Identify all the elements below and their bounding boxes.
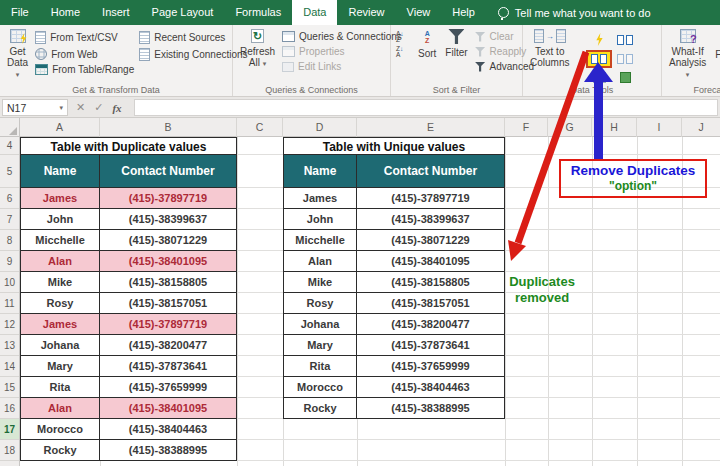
tab-review[interactable]: Review <box>337 0 395 25</box>
name-box[interactable]: N17 ▾ <box>2 99 68 116</box>
row-header-6[interactable]: 6 <box>0 188 19 209</box>
tab-view[interactable]: View <box>396 0 442 25</box>
duplicate-table-contact-cell[interactable]: (415)-37873641 <box>100 356 237 377</box>
row-header-11[interactable]: 11 <box>0 293 19 314</box>
column-header-g[interactable]: G <box>548 118 592 137</box>
column-header-a[interactable]: A <box>20 118 100 137</box>
from-web-button[interactable]: From Web <box>35 48 134 60</box>
unique-header-contact[interactable]: Contact Number <box>357 155 505 188</box>
row-header-13[interactable]: 13 <box>0 335 19 356</box>
tab-home[interactable]: Home <box>40 0 91 25</box>
tab-insert[interactable]: Insert <box>91 0 141 25</box>
unique-table-name-cell[interactable]: Mary <box>283 335 357 356</box>
column-header-f[interactable]: F <box>505 118 548 137</box>
row-header-7[interactable]: 7 <box>0 209 19 230</box>
duplicate-table-contact-cell[interactable]: (415)-38401095 <box>100 251 237 272</box>
recent-sources-button[interactable]: Recent Sources <box>139 31 247 44</box>
unique-table-contact-cell[interactable]: (415)-38200477 <box>357 314 505 335</box>
what-if-analysis-button[interactable]: ? What-If Analysis ▾ <box>667 29 708 80</box>
text-to-columns-button[interactable]: → Text to Columns <box>528 29 571 68</box>
from-table-range-button[interactable]: From Table/Range <box>35 64 134 75</box>
unique-table-contact-cell[interactable]: (415)-38071229 <box>357 230 505 251</box>
row-header-16[interactable]: 16 <box>0 398 19 419</box>
duplicate-table-name-cell[interactable]: Mike <box>20 272 100 293</box>
duplicate-table-name-cell[interactable]: Rocky <box>20 440 100 461</box>
unique-table-contact-cell[interactable]: (415)-38388995 <box>357 398 505 419</box>
manage-data-model-icon[interactable] <box>620 72 631 83</box>
get-data-button[interactable]: Get Data ▾ <box>5 29 30 80</box>
row-header-4[interactable]: 4 <box>0 137 19 155</box>
unique-table-title[interactable]: Table with Unique values <box>283 137 505 155</box>
name-box-dropdown-icon[interactable]: ▾ <box>59 104 63 112</box>
insert-function-icon[interactable]: fx <box>112 102 121 114</box>
unique-table-contact-cell[interactable]: (415)-38401095 <box>357 251 505 272</box>
sort-button[interactable]: A Z Sort <box>416 29 438 59</box>
row-header-5[interactable]: 5 <box>0 155 19 188</box>
filter-button[interactable]: Filter <box>443 29 469 58</box>
unique-table-name-cell[interactable]: Alan <box>283 251 357 272</box>
duplicate-table-name-cell[interactable]: Johana <box>20 335 100 356</box>
consolidate-icon[interactable] <box>617 35 633 45</box>
duplicate-table-name-cell[interactable]: Alan <box>20 398 100 419</box>
select-all-corner[interactable] <box>0 118 20 137</box>
duplicate-table-name-cell[interactable]: Mary <box>20 356 100 377</box>
duplicate-table-contact-cell[interactable]: (415)-38388995 <box>100 440 237 461</box>
duplicate-table-name-cell[interactable]: Micchelle <box>20 230 100 251</box>
unique-table-name-cell[interactable]: Micchelle <box>283 230 357 251</box>
duplicate-table-contact-cell[interactable]: (415)-38401095 <box>100 398 237 419</box>
unique-table-contact-cell[interactable]: (415)-37659999 <box>357 356 505 377</box>
forecast-sheet-button[interactable]: Forecast Sheet <box>713 29 720 71</box>
column-header-h[interactable]: H <box>592 118 637 137</box>
row-header-18[interactable]: 18 <box>0 440 19 461</box>
duplicate-table-name-cell[interactable]: John <box>20 209 100 230</box>
confirm-entry-icon[interactable]: ✓ <box>94 101 103 114</box>
duplicate-table-name-cell[interactable]: Morocco <box>20 419 100 440</box>
duplicate-table-name-cell[interactable]: Rosy <box>20 293 100 314</box>
row-header-8[interactable]: 8 <box>0 230 19 251</box>
duplicate-table-contact-cell[interactable]: (415)-38200477 <box>100 335 237 356</box>
formula-input[interactable] <box>134 99 718 116</box>
duplicate-table-title[interactable]: Table with Duplicate values <box>20 137 237 155</box>
cancel-entry-icon[interactable]: ✕ <box>76 101 85 114</box>
tell-me-box[interactable]: Tell me what you want to do <box>498 0 651 25</box>
unique-table-contact-cell[interactable]: (415)-38158805 <box>357 272 505 293</box>
unique-table-name-cell[interactable]: Morocco <box>283 377 357 398</box>
unique-table-contact-cell[interactable]: (415)-38157051 <box>357 293 505 314</box>
unique-header-name[interactable]: Name <box>283 155 357 188</box>
duplicate-table-contact-cell[interactable]: (415)-38158805 <box>100 272 237 293</box>
sort-descending-icon[interactable]: Z↓ A <box>396 46 411 58</box>
duplicate-table-contact-cell[interactable]: (415)-38071229 <box>100 230 237 251</box>
unique-table-name-cell[interactable]: James <box>283 188 357 209</box>
row-header-17[interactable]: 17 <box>0 419 19 440</box>
tab-data[interactable]: Data <box>292 0 337 25</box>
unique-table-contact-cell[interactable]: (415)-37873641 <box>357 335 505 356</box>
existing-connections-button[interactable]: Existing Connections <box>139 48 247 61</box>
duplicate-table-contact-cell[interactable]: (415)-38157051 <box>100 293 237 314</box>
unique-table-name-cell[interactable]: Rita <box>283 356 357 377</box>
refresh-all-button[interactable]: ↻ Refresh All ▾ <box>238 29 277 69</box>
column-header-d[interactable]: D <box>283 118 357 137</box>
unique-table-name-cell[interactable]: John <box>283 209 357 230</box>
duplicate-header-name[interactable]: Name <box>20 155 100 188</box>
row-header-12[interactable]: 12 <box>0 314 19 335</box>
queries-connections-button[interactable]: Queries & Connections <box>282 31 402 42</box>
from-text-csv-button[interactable]: From Text/CSV <box>35 31 134 44</box>
duplicate-table-name-cell[interactable]: James <box>20 188 100 209</box>
tab-page-layout[interactable]: Page Layout <box>141 0 225 25</box>
duplicate-table-contact-cell[interactable]: (415)-37897719 <box>100 188 237 209</box>
unique-table-contact-cell[interactable]: (415)-37897719 <box>357 188 505 209</box>
tab-formulas[interactable]: Formulas <box>224 0 292 25</box>
remove-duplicates-button[interactable] <box>586 50 612 68</box>
duplicate-header-contact[interactable]: Contact Number <box>100 155 237 188</box>
column-header-c[interactable]: C <box>237 118 283 137</box>
row-header-9[interactable]: 9 <box>0 251 19 272</box>
duplicate-table-contact-cell[interactable]: (415)-37897719 <box>100 314 237 335</box>
column-header-e[interactable]: E <box>357 118 505 137</box>
column-header-b[interactable]: B <box>100 118 237 137</box>
unique-table-contact-cell[interactable]: (415)-38404463 <box>357 377 505 398</box>
unique-table-name-cell[interactable]: Mike <box>283 272 357 293</box>
duplicate-table-contact-cell[interactable]: (415)-37659999 <box>100 377 237 398</box>
column-header-i[interactable]: I <box>637 118 682 137</box>
unique-table-contact-cell[interactable]: (415)-38399637 <box>357 209 505 230</box>
row-header-14[interactable]: 14 <box>0 356 19 377</box>
